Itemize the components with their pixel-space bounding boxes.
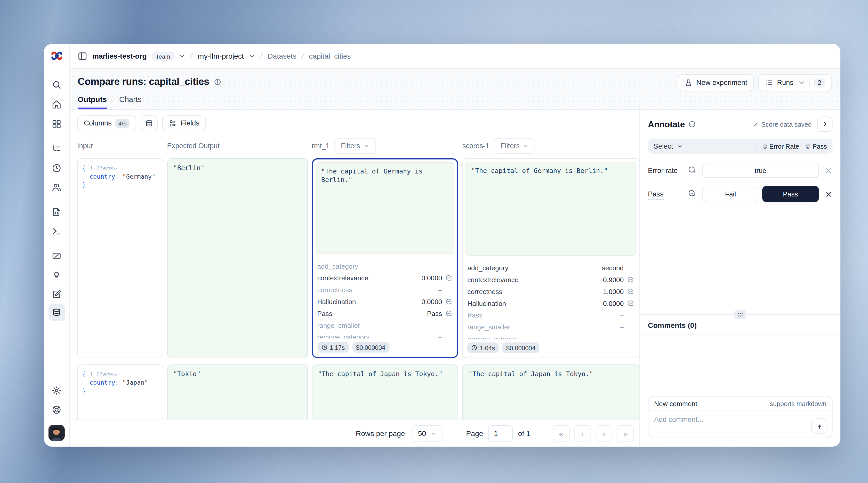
sidebar-item-sessions[interactable] (48, 159, 65, 176)
sidebar-item-annotation[interactable] (48, 285, 65, 302)
metric-row: contextrelevance0.0000 (317, 272, 452, 284)
comment-bubble-icon[interactable] (445, 274, 452, 281)
tab-outputs[interactable]: Outputs (78, 95, 107, 110)
sidebar-item-datasets[interactable] (48, 304, 65, 321)
new-comment-card: New comment supports markdown (648, 396, 833, 438)
breadcrumb-dataset-name[interactable]: capital_cities (309, 52, 351, 60)
metric-row: add_category– (317, 260, 452, 272)
pen-square-icon (52, 289, 61, 299)
error-rate-input[interactable] (702, 163, 819, 178)
sidebar-item-settings[interactable] (48, 382, 65, 399)
expected-output-cell[interactable]: "Berlin" (167, 158, 308, 358)
results-table: Columns 4/6 Fields Input Expec (70, 110, 640, 447)
score-select-dropdown[interactable]: Select (654, 142, 683, 150)
metric-row: Hallucination0.0000 (317, 296, 452, 307)
new-experiment-button[interactable]: New experiment (678, 74, 754, 91)
sidebar-item-tracing[interactable] (48, 140, 65, 157)
comment-bubble-icon[interactable] (687, 189, 702, 199)
page-title: Compare runs: capital_cities (78, 76, 209, 88)
comment-bubble-icon[interactable] (626, 300, 634, 307)
score-chip-error-rate[interactable]: © Error Rate (763, 143, 799, 149)
chevron-down-icon[interactable] (113, 372, 118, 377)
input-cell[interactable]: { 1 Items country: "Japan" } (77, 364, 163, 420)
avatar-image (49, 425, 65, 441)
chevron-down-icon (677, 143, 683, 149)
columns-button[interactable]: Columns 4/6 (77, 115, 136, 131)
expected-output-cell[interactable]: "Tokio" (167, 364, 308, 420)
row-height-button[interactable] (141, 115, 157, 131)
chevron-down-icon (363, 143, 369, 149)
prev-page-button[interactable]: ‹ (574, 425, 591, 442)
input-cell[interactable]: { 1 Items country: "Germany" } (77, 158, 163, 358)
pass-button[interactable]: Pass (762, 186, 819, 202)
clear-score-icon[interactable] (825, 167, 833, 175)
info-icon[interactable] (688, 121, 695, 128)
clock-icon (471, 344, 477, 351)
chevron-down-icon[interactable] (113, 166, 118, 171)
sidebar-item-users[interactable] (48, 179, 65, 195)
comment-bubble-icon[interactable] (626, 276, 634, 283)
comment-input[interactable] (648, 411, 832, 438)
table-rows: { 1 Items country: "Germany" } "Berlin" (70, 158, 640, 420)
score-config-icon: © (806, 143, 810, 149)
metric-row: PassPass (317, 307, 452, 319)
sidebar-item-search[interactable] (48, 76, 65, 93)
tab-charts[interactable]: Charts (119, 95, 142, 110)
main-area: marlies-test-org Team / my-llm-project /… (70, 44, 841, 447)
sidebar-item-home[interactable] (48, 96, 65, 113)
lifebuoy-icon (52, 404, 61, 414)
panel-toggle-icon[interactable] (78, 51, 87, 61)
desktop-background: marlies-test-org Team / my-llm-project /… (0, 0, 868, 483)
project-name[interactable]: my-llm-project (198, 52, 244, 60)
org-name[interactable]: marlies-test-org (92, 52, 147, 60)
run2-output-cell[interactable]: "The capital of Japan is Tokyo." (462, 364, 640, 420)
score-chip-pass[interactable]: © Pass (806, 143, 827, 149)
sidebar-item-playground[interactable] (48, 222, 65, 239)
score-config-icon: © (763, 143, 767, 149)
table-toolbar: Columns 4/6 Fields (70, 110, 640, 134)
column-header-input: Input (77, 142, 163, 150)
save-status: ✓ Score data saved (753, 120, 812, 128)
chevron-right-icon (822, 121, 828, 127)
breadcrumb-datasets[interactable]: Datasets (268, 52, 297, 60)
sidebar-item-dashboards[interactable] (48, 115, 65, 132)
chevron-down-icon[interactable] (179, 53, 185, 59)
chevron-down-icon[interactable] (249, 53, 255, 59)
collapse-panel-button[interactable] (817, 117, 833, 132)
comment-bubble-icon[interactable] (687, 165, 702, 175)
score-label: Pass (648, 190, 687, 198)
next-page-button[interactable]: › (595, 425, 612, 442)
search-icon (52, 80, 61, 89)
metric-row: correctness– (317, 284, 452, 296)
run1-output-cell[interactable]: "The capital of Germany is Berlin." add_… (312, 158, 459, 358)
comment-bubble-icon[interactable] (445, 310, 452, 317)
user-avatar[interactable] (49, 425, 65, 441)
clear-score-icon[interactable] (825, 190, 833, 198)
info-icon[interactable] (214, 78, 221, 86)
sidebar-item-evaluation[interactable] (48, 247, 65, 264)
prev-page-icon: ‹ (581, 429, 584, 438)
run1-output-cell[interactable]: "The capital of Japan is Tokyo." (312, 364, 459, 420)
rows-per-page-select[interactable]: 50 (412, 425, 442, 442)
first-page-button[interactable]: « (553, 425, 569, 442)
score-label: Error rate (648, 167, 687, 175)
filters-button-run1[interactable]: Filters (334, 138, 376, 154)
arrow-up-from-line-icon (816, 423, 823, 429)
comment-bubble-icon[interactable] (626, 288, 634, 295)
sidebar-item-llm-judge[interactable] (48, 266, 65, 283)
comment-bubble-icon[interactable] (445, 298, 452, 305)
sidebar-item-support[interactable] (48, 401, 65, 418)
metrics-list: add_categorysecond contextrelevance0.900… (463, 259, 639, 339)
runs-button[interactable]: Runs 2 (758, 74, 832, 91)
run2-output-cell[interactable]: "The capital of Germany is Berlin." add_… (462, 158, 640, 358)
page-number-input[interactable] (488, 425, 513, 442)
submit-comment-button[interactable] (811, 419, 828, 434)
fields-button[interactable]: Fields (162, 115, 206, 131)
run-output-text: "The capital of Germany is Berlin." (316, 162, 454, 254)
sidebar-item-prompts[interactable] (48, 204, 65, 220)
resize-grip-handle[interactable] (734, 310, 746, 320)
fail-button[interactable]: Fail (702, 186, 759, 202)
metric-row: Pass– (467, 309, 634, 321)
last-page-button[interactable]: » (617, 425, 634, 442)
filters-button-run2[interactable]: Filters (494, 138, 536, 154)
